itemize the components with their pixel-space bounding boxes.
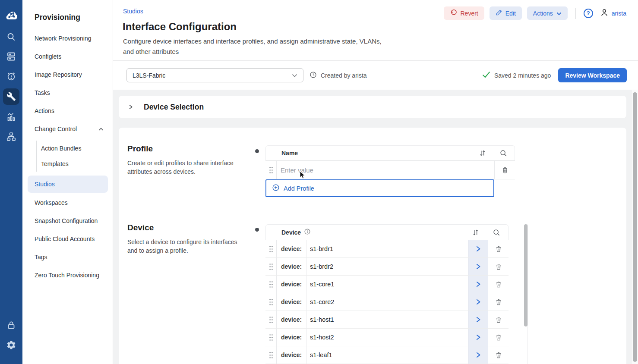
section-bullet-device xyxy=(255,228,259,232)
sidebar-item-zero-touch-provisioning[interactable]: Zero Touch Provisioning xyxy=(22,266,113,284)
drag-handle-icon[interactable] xyxy=(265,240,276,257)
drag-handle-icon[interactable] xyxy=(265,329,276,346)
open-device-button[interactable] xyxy=(468,258,488,275)
sidebar-item-image-repository[interactable]: Image Repository xyxy=(22,66,113,84)
sidebar-item-studios[interactable]: Studios xyxy=(28,176,108,193)
open-device-button[interactable] xyxy=(468,311,488,328)
delete-device-button[interactable] xyxy=(488,329,509,346)
metrics-icon[interactable] xyxy=(0,111,22,123)
device-name-value: s1-host1 xyxy=(306,311,468,328)
help-icon[interactable]: ? xyxy=(584,9,593,18)
search-icon[interactable] xyxy=(0,31,22,43)
workspace-saved-status: Saved 2 minutes ago xyxy=(482,71,551,79)
unlock-icon[interactable] xyxy=(0,319,22,331)
device-row: device: s1-core1 xyxy=(265,276,509,293)
chevron-down-icon xyxy=(556,10,562,17)
sidebar-item-configlets[interactable]: Configlets xyxy=(22,47,113,66)
sidebar-item-workspaces[interactable]: Workspaces xyxy=(22,194,113,212)
workspace-select[interactable]: L3LS-Fabric xyxy=(126,68,303,82)
revert-button[interactable]: Revert xyxy=(444,6,484,20)
sidebar-item-public-cloud-accounts[interactable]: Public Cloud Accounts xyxy=(22,230,113,248)
sidebar-title: Provisioning xyxy=(35,13,80,22)
topology-icon[interactable] xyxy=(0,131,22,143)
device-table-scrollbar-thumb[interactable] xyxy=(524,224,527,326)
page-scrollbar[interactable] xyxy=(631,90,638,364)
provisioning-icon-active[interactable] xyxy=(3,88,19,105)
device-key-label: device: xyxy=(276,258,306,275)
device-section-intro: Device Select a device to configure its … xyxy=(127,223,246,255)
device-table-scrollbar[interactable] xyxy=(523,224,528,364)
delete-profile-button[interactable] xyxy=(494,161,515,179)
open-device-button[interactable] xyxy=(468,329,488,346)
drag-handle-icon[interactable] xyxy=(265,346,276,364)
profile-name-input[interactable] xyxy=(281,166,494,174)
delete-device-button[interactable] xyxy=(488,276,509,293)
chevron-right-icon[interactable] xyxy=(128,104,133,110)
device-name-value: s1-brdr1 xyxy=(306,240,468,257)
sidebar-sublist-change-control: Action Bundles Templates xyxy=(36,141,113,172)
sidebar-item-snapshot-configuration[interactable]: Snapshot Configuration xyxy=(22,212,113,230)
settings-gear-icon[interactable] xyxy=(0,339,22,351)
review-workspace-button[interactable]: Review Workspace xyxy=(558,68,627,82)
events-alarm-icon[interactable] xyxy=(0,70,22,82)
edit-button[interactable]: Edit xyxy=(490,6,522,20)
chevron-up-icon xyxy=(98,126,104,132)
sidebar-item-tasks[interactable]: Tasks xyxy=(22,84,113,102)
device-name-value: s1-leaf1 xyxy=(306,346,468,364)
sidebar-item-actions[interactable]: Actions xyxy=(22,102,113,120)
add-profile-button[interactable]: Add Profile xyxy=(265,179,494,197)
chevron-down-icon xyxy=(292,72,297,79)
sidebar-item-action-bundles[interactable]: Action Bundles xyxy=(37,141,113,156)
profile-table-header: Name xyxy=(265,145,515,161)
device-name-value: s1-core2 xyxy=(306,293,468,311)
device-key-label: device: xyxy=(276,276,306,293)
section-guide-line xyxy=(257,128,257,364)
drag-handle-icon[interactable] xyxy=(265,258,276,275)
actions-dropdown-button[interactable]: Actions xyxy=(527,6,568,20)
open-device-button[interactable] xyxy=(468,276,488,293)
sort-icon[interactable] xyxy=(478,149,486,157)
sidebar-item-network-provisioning[interactable]: Network Provisioning xyxy=(22,29,113,47)
profile-section-title: Profile xyxy=(127,144,246,154)
main-area: Studios Interface Configuration Configur… xyxy=(113,0,638,364)
device-name-value: s1-host2 xyxy=(306,329,468,346)
delete-device-button[interactable] xyxy=(488,311,509,328)
sidebar-item-templates[interactable]: Templates xyxy=(37,156,113,172)
delete-device-button[interactable] xyxy=(488,258,509,275)
device-column-name: Device xyxy=(281,229,301,236)
device-row: device: s1-host2 xyxy=(265,329,509,346)
delete-device-button[interactable] xyxy=(488,346,509,364)
sort-icon[interactable] xyxy=(471,229,480,236)
search-icon[interactable] xyxy=(493,229,500,236)
open-device-button[interactable] xyxy=(468,293,488,311)
device-selection-title: Device Selection xyxy=(144,103,204,112)
content-area: Device Selection Profile Create or edit … xyxy=(113,90,638,364)
page-description: Configure device interfaces and interfac… xyxy=(123,36,386,57)
sidebar-item-change-control[interactable]: Change Control xyxy=(22,120,113,138)
breadcrumb-studios[interactable]: Studios xyxy=(123,8,143,15)
page-scrollbar-thumb[interactable] xyxy=(633,92,637,362)
drag-handle-icon[interactable] xyxy=(265,311,276,328)
open-device-button[interactable] xyxy=(468,346,488,364)
device-inventory-icon[interactable] xyxy=(0,50,22,63)
open-device-button[interactable] xyxy=(468,240,488,257)
page-header: Studios Interface Configuration Configur… xyxy=(113,0,638,61)
device-name-value: s1-core1 xyxy=(306,276,468,293)
workspace-created: Created by arista xyxy=(310,71,367,80)
device-key-label: device: xyxy=(276,346,306,364)
profile-row xyxy=(265,161,515,179)
page-title: Interface Configuration xyxy=(123,21,237,33)
device-selection-section[interactable]: Device Selection xyxy=(119,96,626,118)
delete-device-button[interactable] xyxy=(488,240,509,257)
drag-handle-icon[interactable] xyxy=(265,293,276,311)
info-icon[interactable] xyxy=(304,228,311,236)
sidebar-item-tags[interactable]: Tags xyxy=(22,248,113,266)
search-icon[interactable] xyxy=(499,149,507,157)
profile-section-description: Create or edit profiles to share interfa… xyxy=(127,159,246,176)
delete-device-button[interactable] xyxy=(488,293,509,311)
drag-handle-icon[interactable] xyxy=(265,161,276,179)
user-menu[interactable]: arista xyxy=(600,8,626,19)
drag-handle-icon[interactable] xyxy=(265,276,276,293)
workspace-bar: L3LS-Fabric Created by arista Saved 2 mi… xyxy=(113,61,638,90)
cloudvision-logo-icon[interactable] xyxy=(0,8,22,22)
